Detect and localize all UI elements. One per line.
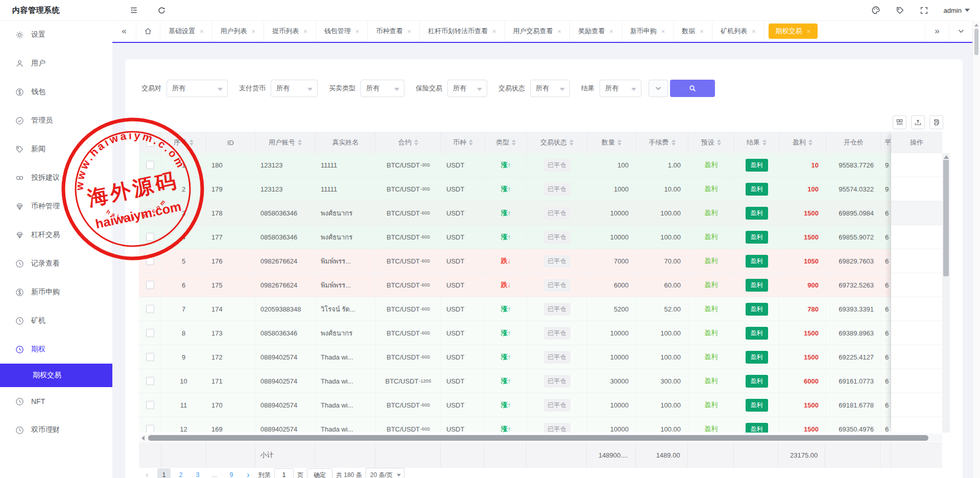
tab-用户交易查看[interactable]: 用户交易查看× (505, 20, 570, 42)
cell-actions[interactable] (891, 153, 942, 177)
sidebar-item-新闻[interactable]: 新闻 (0, 135, 112, 163)
cell-actions[interactable] (891, 177, 942, 201)
sort-icon[interactable] (414, 139, 418, 146)
tag-icon[interactable] (896, 6, 904, 15)
sidebar-item-管理员[interactable]: 管理员 (0, 106, 112, 135)
page-button-1[interactable]: 1 (157, 468, 171, 478)
table-row[interactable]: 217912312311111BTC/USDT-30SUSDT涨↑已平仓1000… (139, 177, 891, 201)
page-button-2[interactable]: 2 (174, 468, 187, 478)
column-header-盈利[interactable]: 盈利 (779, 132, 826, 153)
scroll-up-icon[interactable] (944, 155, 949, 159)
table-row[interactable]: 101710889402574Thada wi...BTC/USDT-120SU… (139, 369, 891, 393)
sidebar-item-新币申购[interactable]: 新币申购 (0, 278, 112, 306)
sidebar-item-用户[interactable]: 用户 (0, 49, 112, 78)
next-page-button[interactable]: › (242, 468, 255, 478)
column-header-手续费[interactable]: 手续费 (636, 132, 688, 153)
close-icon[interactable]: × (407, 28, 411, 35)
cell-actions[interactable] (891, 345, 942, 369)
sidebar-item-钱包[interactable]: 钱包 (0, 78, 112, 106)
sort-icon[interactable] (672, 139, 676, 146)
tab-奖励查看[interactable]: 奖励查看× (570, 20, 622, 42)
horizontal-scroll-thumb[interactable] (148, 435, 928, 441)
tabs-menu-icon[interactable] (949, 20, 973, 42)
tab-矿机列表[interactable]: 矿机列表× (712, 20, 764, 42)
row-checkbox[interactable] (146, 281, 154, 289)
row-checkbox[interactable] (146, 305, 154, 313)
table-row[interactable]: 81730858036346พงศ์ธนากรBTC/USDT-60SUSDT涨… (139, 321, 891, 345)
column-header-预设[interactable]: 预设 (688, 132, 734, 153)
prev-page-button[interactable]: ‹ (140, 468, 154, 478)
sort-icon[interactable] (617, 139, 622, 146)
export-button[interactable] (911, 115, 925, 129)
row-checkbox[interactable] (146, 329, 154, 337)
scroll-up-icon[interactable] (974, 23, 978, 27)
column-header-结果[interactable]: 结果 (734, 132, 779, 153)
page-size-select[interactable]: 20 条/页 (366, 468, 404, 478)
column-header-类型[interactable]: 类型 (485, 132, 527, 153)
row-checkbox[interactable] (146, 377, 154, 385)
page-scroll-thumb[interactable] (974, 29, 978, 55)
sidebar-item-币种管理[interactable]: 币种管理 (0, 192, 112, 221)
filter-select-保险交易[interactable]: 所有 (447, 80, 487, 97)
home-tab[interactable] (136, 20, 160, 42)
table-horizontal-scrollbar[interactable] (139, 434, 942, 442)
table-row[interactable]: 121690889402574Thada wi...BTC/USDT-60SUS… (139, 417, 891, 433)
row-checkbox[interactable] (146, 257, 154, 265)
sort-icon[interactable] (298, 139, 302, 146)
tab-新币申购[interactable]: 新币申购× (622, 20, 674, 42)
sort-icon[interactable] (808, 139, 812, 146)
cell-actions[interactable] (891, 369, 942, 393)
vertical-scroll-thumb[interactable] (943, 160, 949, 276)
table-row[interactable]: 91720889402574Thada wi...BTC/USDT-60SUSD… (139, 345, 891, 369)
close-icon[interactable]: × (661, 28, 665, 35)
cell-actions[interactable] (891, 297, 942, 321)
page-button-3[interactable]: 3 (191, 468, 204, 478)
sort-icon[interactable] (512, 139, 516, 146)
table-row[interactable]: 41770858036346พงศ์ธนากรBTC/USDT-60SUSDT涨… (139, 225, 891, 249)
close-icon[interactable]: × (303, 28, 307, 35)
tab-用户列表[interactable]: 用户列表× (212, 20, 265, 42)
close-icon[interactable]: × (252, 28, 256, 35)
tabs-scroll-left-icon[interactable]: « (112, 20, 136, 42)
tab-基础设置[interactable]: 基础设置× (160, 20, 212, 42)
column-header-交易状态[interactable]: 交易状态 (527, 132, 587, 153)
tab-杠杆币划转法币查看[interactable]: 杠杆币划转法币查看× (420, 20, 505, 42)
sidebar-item-期权[interactable]: 期权 (0, 335, 112, 364)
column-header-币种[interactable]: 币种 (441, 132, 485, 153)
filter-select-支付货币[interactable]: 所有 (271, 80, 318, 97)
close-icon[interactable]: × (558, 28, 562, 35)
row-checkbox[interactable] (146, 233, 154, 241)
sidebar-item-双币理财[interactable]: 双币理财 (0, 416, 112, 444)
tab-数据[interactable]: 数据× (674, 20, 712, 42)
refresh-icon[interactable] (154, 3, 169, 17)
columns-button[interactable] (893, 115, 906, 129)
sidebar-item-设置[interactable]: 设置 (0, 20, 112, 49)
sort-icon[interactable] (189, 139, 194, 146)
sort-icon[interactable] (569, 139, 573, 146)
cell-actions[interactable] (891, 417, 942, 433)
close-icon[interactable]: × (200, 28, 204, 35)
cell-actions[interactable] (891, 201, 942, 225)
column-header-数量[interactable]: 数量 (587, 132, 636, 153)
column-header-序号[interactable]: 序号 (161, 132, 206, 153)
close-icon[interactable]: × (492, 28, 496, 35)
cell-actions[interactable] (891, 273, 942, 297)
expand-filters-button[interactable] (649, 80, 668, 97)
sidebar-item-NFT[interactable]: NFT (0, 387, 112, 416)
sidebar-item-投拆建议[interactable]: 投拆建议 (0, 163, 112, 192)
row-checkbox[interactable] (146, 209, 154, 217)
print-button[interactable] (929, 115, 943, 129)
cell-actions[interactable] (891, 249, 942, 273)
filter-select-买卖类型[interactable]: 所有 (361, 80, 404, 97)
select-all-checkbox[interactable] (146, 138, 154, 147)
table-row[interactable]: 717402059388348วิโรจน์ รัต...BTC/USDT-60… (139, 297, 891, 321)
cell-actions[interactable] (891, 393, 942, 417)
table-row[interactable]: 61750982676624พิมพ์พรร...BTC/USDT-60SUSD… (139, 273, 891, 297)
sidebar-item-记录查看[interactable]: 记录查看 (0, 249, 112, 278)
sort-icon[interactable] (762, 139, 767, 146)
tab-期权交易[interactable]: 期权交易× (769, 23, 818, 39)
table-row[interactable]: 31780858036346พงศ์ธนากรBTC/USDT-60SUSDT涨… (139, 201, 891, 225)
close-icon[interactable]: × (752, 28, 756, 35)
row-checkbox[interactable] (146, 185, 154, 193)
tab-币种查看[interactable]: 币种查看× (368, 20, 420, 42)
